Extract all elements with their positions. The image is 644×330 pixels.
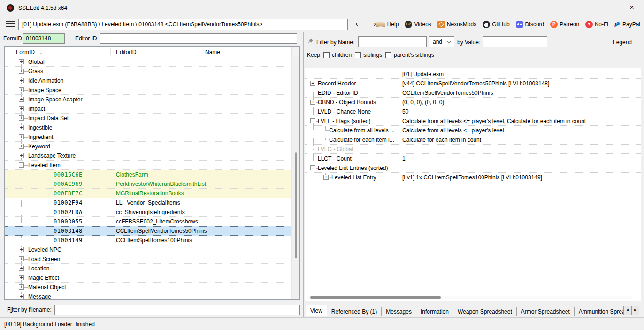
link-paypal[interactable]: PayPal bbox=[614, 21, 640, 28]
tree-row[interactable]: Grass bbox=[5, 67, 299, 76]
tab-scroll-left-button[interactable] bbox=[623, 306, 631, 315]
record-row[interactable]: OBND - Object Bounds(0, 0, 0), (0, 0, 0) bbox=[305, 98, 641, 107]
tree-row[interactable]: Keyword bbox=[5, 142, 299, 151]
pin-icon[interactable] bbox=[307, 38, 314, 46]
expand-icon[interactable] bbox=[19, 78, 24, 83]
expand-icon[interactable] bbox=[19, 266, 24, 271]
tree-row[interactable]: 000AC969PerkInvestorWhiterunBlacksmithLi… bbox=[5, 179, 299, 189]
tree-row[interactable]: 01002F94LLI_Vendor_SpecialItems bbox=[5, 198, 299, 207]
tab-scroll-right-button[interactable] bbox=[631, 306, 639, 315]
nav-back-icon[interactable]: ‹ bbox=[351, 18, 363, 31]
tree-row[interactable]: Material Object bbox=[5, 283, 299, 292]
tree-row[interactable]: 01003055ccFFBSSE002_LItemCrossbows bbox=[5, 217, 299, 226]
expand-icon[interactable] bbox=[19, 153, 24, 158]
tree-row[interactable]: Image Space bbox=[5, 85, 299, 95]
record-row[interactable]: Leveled List Entry[Lv1] 1x CCLItemSpellT… bbox=[305, 173, 641, 182]
collapse-icon[interactable] bbox=[310, 165, 315, 170]
column-header-editorid[interactable]: EditorID bbox=[116, 49, 136, 55]
expand-icon[interactable] bbox=[19, 115, 24, 121]
tab-ammunition-spreadsheet[interactable]: Ammunition Spreadsheet bbox=[574, 307, 623, 316]
expand-icon[interactable] bbox=[19, 97, 24, 102]
expand-icon[interactable] bbox=[19, 256, 24, 261]
expand-icon[interactable] bbox=[310, 81, 315, 86]
expand-icon[interactable] bbox=[19, 247, 24, 252]
keep-option-parent-s-siblings[interactable]: parent's siblings bbox=[385, 52, 434, 58]
formid-input[interactable]: 01003148 bbox=[23, 33, 65, 44]
link-ko-fi[interactable]: Ko-Fi bbox=[585, 21, 608, 28]
tree-row[interactable]: 00015C6EClothesFarm bbox=[5, 170, 299, 179]
tree-vertical-scrollbar[interactable] bbox=[291, 57, 299, 299]
link-github[interactable]: GitHub bbox=[483, 21, 509, 28]
link-discord[interactable]: Discord bbox=[516, 21, 544, 28]
expand-icon[interactable] bbox=[19, 294, 24, 299]
minimize-button[interactable] bbox=[579, 0, 600, 15]
record-row[interactable]: EDID - Editor IDCCLItemSpellVendorTomes5… bbox=[305, 88, 641, 98]
tree-row[interactable]: Impact bbox=[5, 104, 299, 114]
record-path-bar[interactable]: [01] Update.esm (E6BA88BB) \ Leveled Ite… bbox=[18, 19, 348, 30]
menu-icon[interactable] bbox=[6, 21, 15, 28]
link-help[interactable]: Help bbox=[376, 21, 399, 28]
expand-icon[interactable] bbox=[19, 125, 24, 130]
tree-row[interactable]: Global bbox=[5, 57, 299, 67]
close-button[interactable]: × bbox=[622, 0, 644, 15]
record-row[interactable]: [01] Update.esm bbox=[305, 69, 641, 79]
record-row[interactable]: Record Header[v44] CCLItemSpellVendorTom… bbox=[305, 79, 641, 88]
record-row[interactable]: Leveled List Entries (sorted) bbox=[305, 163, 641, 173]
expand-icon[interactable] bbox=[310, 100, 315, 105]
record-row[interactable]: LVLG - Global bbox=[305, 145, 641, 154]
legend-link[interactable]: Legend bbox=[613, 39, 632, 46]
expand-icon[interactable] bbox=[19, 87, 24, 92]
tree-row[interactable]: Load Screen bbox=[5, 254, 299, 264]
expand-icon[interactable] bbox=[19, 106, 24, 111]
tree-row[interactable]: 01002FDAcc_ShiveringIsleIngredients bbox=[5, 207, 299, 217]
tree-row[interactable]: Leveled NPC bbox=[5, 245, 299, 254]
panel-splitter[interactable] bbox=[303, 32, 304, 317]
expand-icon[interactable] bbox=[19, 275, 24, 280]
filter-value-input[interactable] bbox=[483, 36, 547, 47]
tab-messages[interactable]: Messages bbox=[381, 307, 416, 316]
record-row[interactable]: LLCT - Count1 bbox=[305, 154, 641, 163]
tab-information[interactable]: Information bbox=[416, 307, 453, 316]
expand-icon[interactable] bbox=[19, 134, 24, 139]
tree-row[interactable]: Location bbox=[5, 264, 299, 273]
tab-referenced-by-1[interactable]: Referenced By (1) bbox=[327, 307, 382, 316]
tree-row[interactable]: Impact Data Set bbox=[5, 114, 299, 123]
link-patreon[interactable]: Patreon bbox=[550, 21, 579, 28]
tree-row[interactable]: 01003148CCLItemSpellVendorTomes50Phinis bbox=[5, 226, 299, 236]
tree-row[interactable]: Ingestible bbox=[5, 123, 299, 132]
tab-armor-spreadsheet[interactable]: Armor Spreadsheet bbox=[516, 307, 575, 316]
expand-icon[interactable] bbox=[19, 69, 24, 74]
expand-icon[interactable] bbox=[19, 284, 24, 290]
record-horizontal-scrollbar[interactable] bbox=[307, 296, 632, 299]
tree-row[interactable]: Leveled Item bbox=[5, 161, 299, 170]
column-header-name[interactable]: Name bbox=[205, 49, 220, 55]
scrollbar-thumb[interactable] bbox=[310, 296, 441, 299]
record-row[interactable]: LVLF - Flags (sorted)Calculate from all … bbox=[305, 116, 641, 126]
expand-icon[interactable] bbox=[323, 175, 329, 180]
tree-row[interactable]: 01003149CCLItemSpellTomes100Phinis bbox=[5, 236, 299, 245]
collapse-icon[interactable] bbox=[19, 162, 24, 168]
collapse-icon[interactable] bbox=[310, 118, 315, 123]
tree-row[interactable]: Idle Animation bbox=[5, 76, 299, 85]
filter-operator-select[interactable]: and bbox=[429, 36, 454, 47]
tree-row[interactable]: Landscape Texture bbox=[5, 151, 299, 161]
filter-filename-input[interactable] bbox=[54, 305, 300, 315]
column-divider[interactable] bbox=[203, 48, 203, 55]
column-divider[interactable] bbox=[110, 48, 111, 55]
tab-weapon-spreadsheet[interactable]: Weapon Spreadsheet bbox=[453, 307, 517, 316]
tab-view[interactable]: View bbox=[306, 305, 327, 316]
scrollbar-thumb[interactable] bbox=[295, 152, 297, 258]
editorid-input[interactable] bbox=[100, 33, 297, 44]
expand-icon[interactable] bbox=[19, 144, 24, 149]
tree-row[interactable]: Image Space Adapter bbox=[5, 95, 299, 104]
link-videos[interactable]: Videos bbox=[405, 21, 431, 28]
record-row[interactable]: Calculate from all levels ...Calculate f… bbox=[305, 126, 641, 135]
tree-row[interactable]: Ingredient bbox=[5, 132, 299, 142]
keep-option-children[interactable]: children bbox=[323, 52, 352, 58]
checkbox-siblings[interactable] bbox=[355, 52, 361, 58]
tree-row[interactable]: 000FDE7CMGRitualRestorationBooks bbox=[5, 189, 299, 198]
column-header-formid[interactable]: FormID bbox=[16, 49, 35, 55]
record-row[interactable]: Calculate for each item i...Calculate fo… bbox=[305, 135, 641, 145]
record-row[interactable]: LVLD - Chance None50 bbox=[305, 107, 641, 116]
link-nexusmods[interactable]: NexusMods bbox=[437, 21, 476, 28]
